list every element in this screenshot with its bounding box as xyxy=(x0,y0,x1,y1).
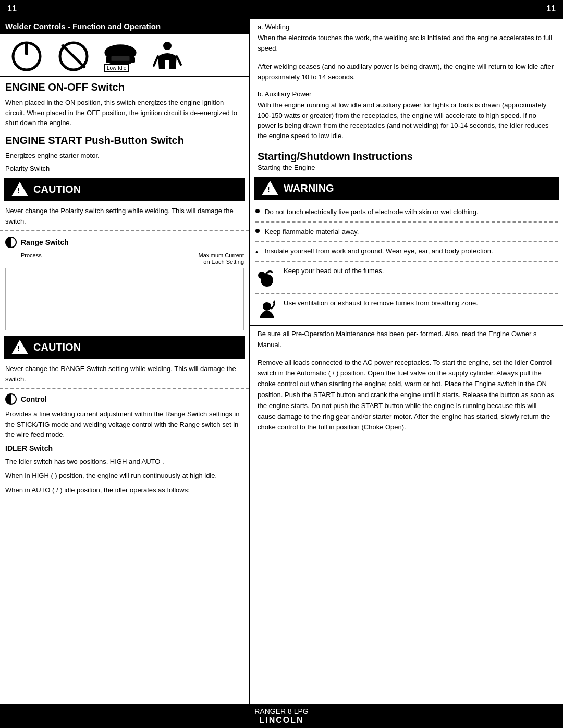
caution-box-2: CAUTION xyxy=(4,336,245,359)
auxiliary-text: With the engine running at low idle and … xyxy=(258,100,556,141)
warning-text-5: Use ventilation or exhaust to remove fum… xyxy=(284,298,558,309)
idler-text-2: When in HIGH ( ) position, the engine wi… xyxy=(0,468,249,483)
footer-product: RANGER 8 LPG xyxy=(3,707,560,715)
warning-box: WARNING xyxy=(254,177,559,200)
footer-brand: LINCOLN xyxy=(3,715,560,725)
caution-label-1: CAUTION xyxy=(33,183,81,195)
warning-text-4: Keep your head out of the fumes. xyxy=(284,266,558,276)
warning-bullet-1 xyxy=(255,209,260,213)
warning-triangle-icon xyxy=(262,181,278,195)
svg-line-10 xyxy=(177,56,181,65)
low-idle-label: Low Idle xyxy=(104,64,129,72)
starting-shutdown-title: Starting/Shutdown Instructions xyxy=(250,145,563,164)
warning-item-3: • Insulate yourself from work and ground… xyxy=(255,242,558,262)
warning-item-4: Keep your head out of the fumes. xyxy=(255,262,558,294)
welding-text-2: After welding ceases (and no auxiliary p… xyxy=(258,61,556,82)
warning-bullet-2 xyxy=(255,229,260,233)
caution-triangle-icon-2 xyxy=(11,340,28,354)
ventilation-icon xyxy=(255,298,278,321)
auxiliary-section: b. Auxiliary Power With the engine runni… xyxy=(250,86,563,145)
range-switch-label: Range Switch xyxy=(21,238,69,246)
auxiliary-title: b. Auxiliary Power xyxy=(258,90,556,98)
top-bar-middle xyxy=(24,0,539,18)
page-number-right: 11 xyxy=(539,0,563,18)
svg-point-13 xyxy=(263,302,271,311)
range-switch-table xyxy=(5,268,244,330)
warning-text-2: Keep flammable material away. xyxy=(265,227,558,237)
svg-point-12 xyxy=(258,272,265,279)
warning-bullet-3: • xyxy=(255,248,260,256)
max-current-col-label: Maximum Current on Each Setting xyxy=(199,252,244,265)
warning-items: Do not touch electrically live parts of … xyxy=(250,203,563,325)
page-number-left: 11 xyxy=(0,0,24,18)
range-switch-row: Range Switch xyxy=(0,233,249,251)
no-symbol-icon xyxy=(55,41,92,72)
icons-row: Low Idle xyxy=(0,34,249,77)
warning-label: WARNING xyxy=(284,182,334,194)
control-icon xyxy=(5,393,17,405)
welding-title: a. Welding xyxy=(258,23,556,31)
warning-text-3: Insulate yourself from work and ground. … xyxy=(265,246,558,256)
svg-rect-7 xyxy=(112,56,130,61)
idler-text-1: The idler switch has two positions, HIGH… xyxy=(0,454,249,469)
range-switch-icon xyxy=(5,237,17,248)
control-label: Control xyxy=(0,391,249,407)
bottom-text-2: Remove all loads connected to the AC pow… xyxy=(250,354,563,437)
idler-switch-label: IDLER Switch xyxy=(0,442,249,454)
welder-person-icon xyxy=(149,41,186,72)
warning-text-1: Do not touch electrically live parts of … xyxy=(265,207,558,217)
engine-switch-title: ENGINE ON-OFF Switch xyxy=(0,77,249,95)
polarity-switch-label: Polarity Switch xyxy=(0,163,249,175)
warning-item-5: Use ventilation or exhaust to remove fum… xyxy=(255,294,558,325)
welding-section: a. Welding When the electrode touches th… xyxy=(250,19,563,86)
page-wrapper: 11 11 Welder Controls - Function and Ope… xyxy=(0,0,563,728)
right-column: a. Welding When the electrode touches th… xyxy=(250,19,563,704)
warning-item-1: Do not touch electrically live parts of … xyxy=(255,203,558,223)
idler-text-3: When in AUTO ( / ) idle position, the id… xyxy=(0,483,249,498)
svg-line-9 xyxy=(154,56,158,66)
bottom-text-1: Be sure all Pre-Operation Maintenance ha… xyxy=(250,325,563,354)
process-row: Process Maximum Current on Each Setting xyxy=(0,251,249,266)
welding-text-1: When the electrode touches the work, the… xyxy=(258,33,556,53)
engine-start-body: Energizes engine starter motor. xyxy=(0,149,249,163)
engine-switch-body: When placed in the ON position, this swi… xyxy=(0,95,249,130)
process-col-label: Process xyxy=(21,252,42,265)
caution-text-1: Never change the Polarity switch setting… xyxy=(0,204,249,231)
svg-line-3 xyxy=(62,45,85,68)
starting-engine-label: Starting the Engine xyxy=(250,164,563,174)
control-text: Provides a fine welding current adjustme… xyxy=(0,407,249,442)
top-bar: 11 11 xyxy=(0,0,563,19)
svg-rect-1 xyxy=(25,43,28,55)
control-label-text: Control xyxy=(21,395,47,403)
engine-start-title: ENGINE START Push-Button Switch xyxy=(0,130,249,149)
section-header: Welder Controls - Function and Operation xyxy=(0,19,249,34)
power-switch-icon xyxy=(8,41,45,72)
warning-item-2: Keep flammable material away. xyxy=(255,223,558,242)
svg-point-8 xyxy=(163,42,172,50)
main-content: Welder Controls - Function and Operation xyxy=(0,19,563,704)
caution-label-2: CAUTION xyxy=(33,341,81,353)
caution-text-2: Never change the RANGE Switch setting wh… xyxy=(0,362,249,389)
footer: RANGER 8 LPG LINCOLN xyxy=(0,704,563,728)
caution-box-1: CAUTION xyxy=(4,178,245,201)
left-column: Welder Controls - Function and Operation xyxy=(0,19,250,704)
fumes-icon xyxy=(255,266,278,289)
caution-triangle-icon-1 xyxy=(11,182,28,196)
